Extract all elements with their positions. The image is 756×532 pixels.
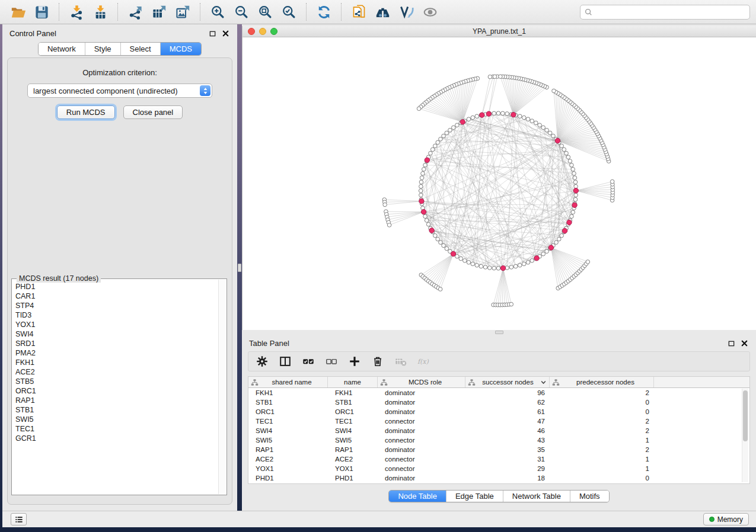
mcds-hub-node [500,265,505,270]
table-scrollbar[interactable] [742,389,748,482]
table-row[interactable]: SWI5SWI5connector431 [248,435,749,445]
table-row[interactable]: ORC1ORC1dominator610 [248,407,749,416]
hide-all-columns-icon[interactable] [324,354,339,369]
close-panel-icon[interactable] [221,29,230,38]
tab-mcds[interactable]: MCDS [160,43,201,55]
mcds-result-item[interactable]: TID3 [15,310,218,320]
delete-table-icon[interactable] [393,354,409,369]
table-cell: 1 [550,465,654,472]
table-row[interactable]: STB1STB1dominator620 [248,398,749,407]
float-panel-icon[interactable] [727,339,736,348]
mcds-result-item[interactable]: SRD1 [15,339,218,348]
table-row[interactable]: FKH1FKH1dominator962 [248,388,749,398]
tab-style[interactable]: Style [85,43,120,55]
horizontal-splitter[interactable] [242,330,756,335]
mcds-result-item[interactable]: YOX1 [15,320,218,329]
mcds-result-item[interactable]: PMA2 [15,348,218,358]
mcds-hub-node [425,158,429,162]
export-network-icon[interactable] [125,2,146,21]
first-neighbors-icon[interactable] [372,2,393,21]
table-row[interactable]: SWI4SWI4dominator462 [248,426,749,435]
node-table-body: FKH1FKH1dominator962STB1STB1dominator620… [248,388,749,483]
splitter-grip[interactable] [238,264,241,272]
mcds-result-item[interactable]: FKH1 [15,358,218,367]
mcds-result-item[interactable]: TEC1 [15,424,218,434]
panels-menu-button[interactable] [11,513,27,525]
tab-motifs[interactable]: Motifs [570,491,609,502]
mcds-result-item[interactable]: STP4 [15,301,218,310]
table-row[interactable]: YOX1YOX1connector291 [248,464,749,473]
zoom-fit-icon[interactable] [254,2,276,21]
zoom-selected-icon[interactable] [278,2,299,21]
import-network-icon[interactable] [66,2,87,21]
zoom-out-icon[interactable] [231,2,252,21]
mcds-result-item[interactable]: ACE2 [15,367,218,377]
mcds-result-item[interactable]: SWI5 [15,415,218,424]
memory-button[interactable]: Memory [703,513,749,525]
mcds-result-item[interactable]: PHD1 [15,282,218,291]
optimization-criterion-select[interactable]: largest connected component (undirected) [27,84,212,98]
tab-select[interactable]: Select [120,43,160,55]
minimize-window-icon[interactable] [259,28,266,35]
network-canvas[interactable] [243,37,756,330]
add-column-icon[interactable] [347,354,362,369]
column-header[interactable]: shared name [248,377,328,387]
show-hide-panel-icon[interactable] [419,2,441,21]
mcds-result-item[interactable]: GCR1 [15,434,218,443]
vertical-splitter[interactable] [237,24,242,511]
mcds-result-item[interactable]: ORC1 [15,386,218,396]
open-file-icon[interactable] [7,2,28,21]
tab-node-table[interactable]: Node Table [389,491,446,502]
tab-network-table[interactable]: Network Table [503,491,570,502]
table-cell: 0 [550,408,654,415]
close-panel-icon[interactable] [740,339,749,348]
tab-edge-table[interactable]: Edge Table [446,491,503,502]
table-row[interactable]: PHD1PHD1dominator180 [248,473,749,483]
splitter-grip[interactable] [495,331,503,334]
column-selector-icon[interactable] [277,354,293,369]
table-cell: dominator [378,408,465,415]
search-input[interactable] [593,6,746,18]
table-cell: connector [378,465,465,472]
node-table: shared namenameMCDS rolesuccessor nodesp… [248,376,750,484]
control-panel: Control Panel NetworkStyleSelectMCDS Opt… [2,24,237,511]
column-header[interactable]: name [328,377,378,387]
zoom-in-icon[interactable] [207,2,228,21]
table-row[interactable]: ACE2ACE2connector311 [248,454,749,464]
mcds-result-item[interactable]: CAR1 [15,291,218,301]
float-panel-icon[interactable] [208,29,217,38]
table-row[interactable]: TEC1TEC1connector472 [248,416,749,426]
run-mcds-button[interactable]: Run MCDS [57,105,115,119]
table-cell: TEC1 [328,418,378,425]
export-image-icon[interactable] [172,2,193,21]
function-builder-icon[interactable]: f(x) [416,354,432,369]
mcds-list-scrollbar[interactable] [218,280,226,494]
optimization-criterion-label: Optimization criterion: [8,68,232,77]
import-table-icon[interactable] [90,2,111,21]
delete-column-icon[interactable] [370,354,385,369]
maximize-window-icon[interactable] [270,28,277,35]
mcds-result-item[interactable]: STB5 [15,377,218,386]
tab-network[interactable]: Network [39,43,85,55]
mcds-result-item[interactable]: SWI4 [15,329,218,339]
vizmapper-icon[interactable] [395,2,417,21]
table-cell: 29 [465,465,550,472]
show-all-columns-icon[interactable] [301,354,316,369]
table-row[interactable]: RAP1RAP1dominator352 [248,445,749,454]
table-cell: 1 [550,437,654,444]
close-window-icon[interactable] [248,28,255,35]
new-network-from-selection-icon[interactable] [348,2,369,21]
apply-layout-icon[interactable] [313,2,334,21]
column-header[interactable]: MCDS role [378,377,465,387]
mcds-result-item[interactable]: RAP1 [15,396,218,405]
column-header[interactable]: predecessor nodes [550,377,654,387]
export-table-icon[interactable] [148,2,170,21]
mcds-result-item[interactable]: STB1 [15,405,218,415]
table-cell: dominator [378,427,465,434]
table-cell: 61 [465,408,550,415]
column-header[interactable]: successor nodes [465,377,550,387]
close-panel-button[interactable]: Close panel [123,105,183,119]
settings-icon[interactable] [254,354,270,369]
save-session-icon[interactable] [31,2,52,21]
scrollbar-thumb[interactable] [743,390,748,441]
